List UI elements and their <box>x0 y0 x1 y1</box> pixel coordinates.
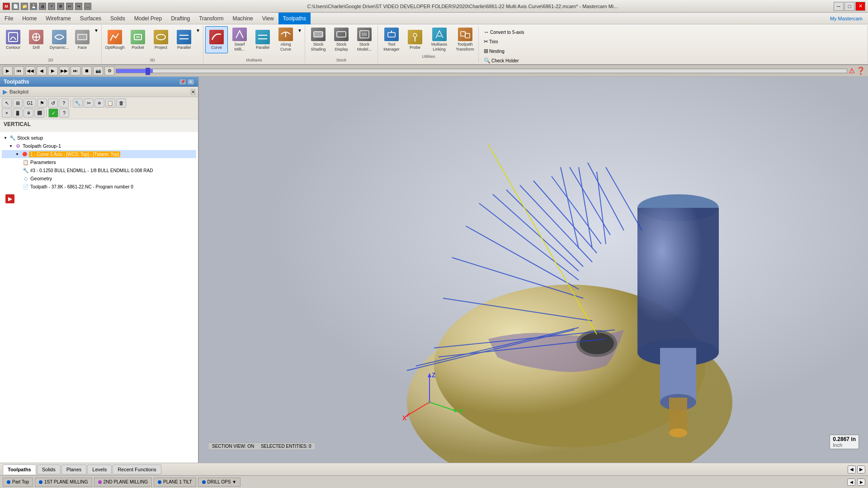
convert-5axis-button[interactable]: ↔ Convert to 5-axis <box>481 28 527 36</box>
redo-icon[interactable]: ↪ <box>75 3 82 10</box>
tab-recent[interactable]: Recent Functions <box>113 465 161 474</box>
step-forward-button[interactable]: ▶▶ <box>59 66 69 75</box>
drill-button[interactable]: Drill <box>25 26 47 53</box>
tp-cut-button[interactable]: ✂ <box>84 99 94 108</box>
status-part-top[interactable]: Part Top <box>3 478 33 487</box>
tp-checkmark-button[interactable]: ✓ <box>48 108 58 117</box>
next-button[interactable]: ▶ <box>48 66 58 75</box>
menu-file[interactable]: File <box>0 13 18 24</box>
tree-stock-setup[interactable]: ▼ 🔧 Stock setup <box>2 134 196 142</box>
stock-model-button[interactable]: Stock Model... <box>353 26 376 53</box>
stock-shading-button[interactable]: Stock Shading <box>307 26 330 53</box>
stop-button[interactable]: ⏹ <box>82 66 92 75</box>
along-curve-button[interactable]: Along Curve <box>274 26 297 53</box>
tree-geometry[interactable]: ◇ Geometry <box>2 174 196 183</box>
tp-select-button[interactable]: ↖ <box>2 99 12 108</box>
new-file-icon[interactable]: 📄 <box>12 3 19 10</box>
tp-g1-button[interactable]: G1 <box>24 99 36 108</box>
open-icon[interactable]: 📁 <box>21 3 28 10</box>
tree-op-arrow[interactable]: ▼ <box>15 152 20 156</box>
prev-button[interactable]: ◀ <box>37 66 47 75</box>
tp-delete-button[interactable]: 🗑 <box>116 99 126 108</box>
toolpaths-close-button[interactable]: ✕ <box>187 79 194 85</box>
project-button[interactable]: Project <box>150 26 172 53</box>
tree-tool[interactable]: 🔧 #3 - 0.1250 BULL ENDMILL - 1/8 BULL EN… <box>2 166 196 174</box>
toolpaths-pin-button[interactable]: 📌 <box>179 79 186 85</box>
tp-shade3-button[interactable]: 🖥 <box>24 108 33 117</box>
status-plane-1-tilt[interactable]: PLANE 1 TILT <box>154 478 196 487</box>
tp-shade4-button[interactable]: ⬛ <box>34 108 44 117</box>
timeline[interactable] <box>116 69 847 73</box>
close-button[interactable]: ✕ <box>855 2 865 11</box>
camera-button[interactable]: 📷 <box>93 66 103 75</box>
menu-wireframe[interactable]: Wireframe <box>41 13 75 24</box>
tp-refresh-button[interactable]: ↺ <box>48 99 58 108</box>
tp-tool-button[interactable]: 🔧 <box>73 99 83 108</box>
face-button[interactable]: Face <box>71 26 94 53</box>
menu-machine[interactable]: Machine <box>228 13 257 24</box>
parallel-multi-button[interactable]: Parallel <box>251 26 274 53</box>
menu-drafting[interactable]: Drafting <box>166 13 194 24</box>
status-right-btn2[interactable]: ▶ <box>857 479 865 486</box>
probe-button[interactable]: Probe <box>404 26 426 53</box>
menu-surfaces[interactable]: Surfaces <box>75 13 106 24</box>
tree-group1[interactable]: ▼ ⚙ Toolpath Group-1 <box>2 142 196 150</box>
tp-shade2-button[interactable]: ▓ <box>13 108 23 117</box>
status-1st-plane[interactable]: 1ST PLANE MILLING <box>35 478 92 487</box>
tp-copy-button[interactable]: ⊕ <box>94 99 104 108</box>
tab-planes[interactable]: Planes <box>61 465 87 474</box>
nesting-button[interactable]: ⊞ Nesting <box>481 47 527 55</box>
check-holder-button[interactable]: 🔍 Check Holder <box>481 56 527 65</box>
my-mastercam-link[interactable]: My Mastercam <box>830 16 868 21</box>
tab-solids[interactable]: Solids <box>37 465 61 474</box>
minimize-button[interactable]: ─ <box>834 2 844 11</box>
tab-toolpaths[interactable]: Toolpaths <box>3 465 36 474</box>
tp-toggle-button[interactable]: ⊞ <box>13 99 23 108</box>
toolpath-transform-button[interactable]: Toolpath Transform <box>453 26 477 53</box>
tree-toolpath[interactable]: 📄 Toolpath - 37.8K - 6861-22.NC - Progra… <box>2 183 196 191</box>
tp-flag-button[interactable]: ⚑ <box>37 99 47 108</box>
menu-toolpaths[interactable]: Toolpaths <box>278 13 311 24</box>
tp-help-button[interactable]: ? <box>59 99 69 108</box>
settings-play-button[interactable]: ⚙ <box>104 66 114 75</box>
maximize-button[interactable]: □ <box>844 2 854 11</box>
tool-manager-button[interactable]: Tool Manager <box>380 26 403 53</box>
tree-stock-arrow[interactable]: ▼ <box>4 136 8 140</box>
menu-home[interactable]: Home <box>18 13 41 24</box>
menu-transform[interactable]: Transform <box>194 13 228 24</box>
play-button[interactable]: ▶ <box>3 66 13 75</box>
tab-nav-right[interactable]: ▶ <box>857 465 865 474</box>
skip-end-button[interactable]: ⏭ <box>71 66 80 75</box>
tp-shade1-button[interactable]: ≡ <box>2 108 12 117</box>
multiaxis-dropdown[interactable]: ▼ <box>297 28 303 33</box>
undo-icon[interactable]: ↩ <box>66 3 73 10</box>
curve-button[interactable]: Curve <box>205 26 228 53</box>
tp-question-button[interactable]: ? <box>59 108 69 117</box>
tree-operation[interactable]: ▼ 🔴 1 - Curve 5 Axis - [WCS: Top] - [Tpl… <box>2 150 196 158</box>
viewport[interactable]: ✛ <box>199 77 868 463</box>
tree-group1-arrow[interactable]: ▼ <box>9 144 14 148</box>
3d-dropdown[interactable]: ▼ <box>196 28 201 33</box>
toolpaths-tree[interactable]: ▼ 🔧 Stock setup ▼ ⚙ Toolpath Group-1 ▼ 🔴… <box>0 132 198 463</box>
trim-button[interactable]: ✂ Trim <box>481 38 527 46</box>
menu-modelprep[interactable]: Model Prep <box>130 13 166 24</box>
save-icon[interactable]: 💾 <box>30 3 37 10</box>
stock-display-button[interactable]: Stock Display <box>330 26 353 53</box>
timeline-thumb[interactable] <box>146 68 150 75</box>
multiaxis-linking-button[interactable]: Multiaxis Linking <box>427 26 452 53</box>
optirough-button[interactable]: OptiRough <box>104 26 126 53</box>
2d-dropdown[interactable]: ▼ <box>94 28 99 33</box>
dynamic-button[interactable]: Dynamic... <box>48 26 71 53</box>
verify-icon[interactable]: ✓ <box>48 3 55 10</box>
parallel-3d-button[interactable]: Parallel <box>173 26 195 53</box>
tab-levels[interactable]: Levels <box>87 465 112 474</box>
step-back-button[interactable]: ◀◀ <box>25 66 35 75</box>
skip-start-button[interactable]: ⏮ <box>14 66 24 75</box>
status-right-btn1[interactable]: ◀ <box>847 479 855 486</box>
tree-play-button[interactable]: ▶ <box>5 194 14 203</box>
contour-button[interactable]: Contour <box>2 26 24 53</box>
menu-solids[interactable]: Solids <box>106 13 130 24</box>
status-2nd-plane[interactable]: 2ND PLANE MILLING <box>94 478 152 487</box>
tab-nav-left[interactable]: ◀ <box>848 465 856 474</box>
extra-icon[interactable]: … <box>84 3 91 10</box>
